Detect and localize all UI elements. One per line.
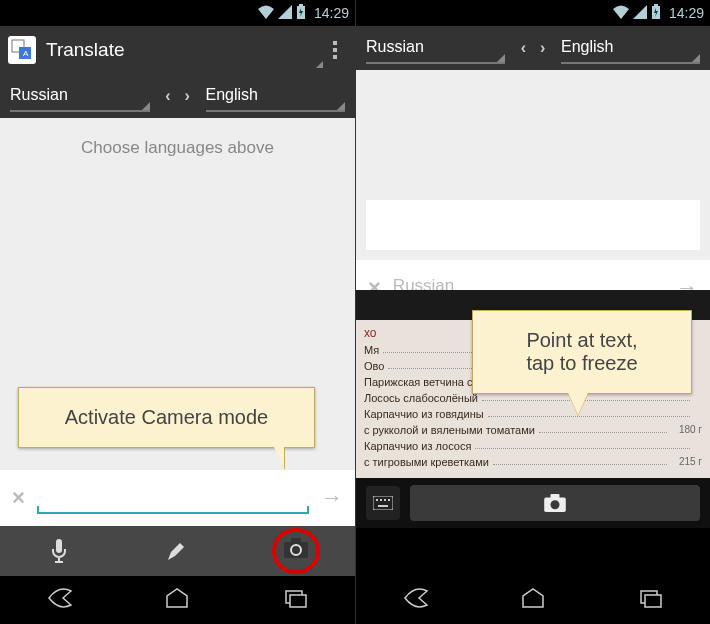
source-language-label: Russian <box>10 86 68 103</box>
source-language-selector[interactable]: Russian <box>10 80 150 112</box>
signal-icon <box>278 5 292 22</box>
main-area: × Russian → хо МяОвоПарижская ветчина с … <box>356 70 710 576</box>
callout-arrow-icon <box>568 393 588 415</box>
svg-point-21 <box>551 500 560 509</box>
system-nav-bar <box>356 576 710 624</box>
target-language-selector[interactable]: English <box>206 80 346 112</box>
title-dropdown-icon <box>316 61 323 68</box>
menu-row: Карпаччио из лосося <box>364 440 702 452</box>
svg-rect-15 <box>380 499 382 501</box>
target-language-selector[interactable]: English <box>561 32 700 64</box>
menu-row: с тигровыми креветками215 г <box>364 456 702 468</box>
phone-left: 14:29 A Translate Russian ‹ › English Ch… <box>0 0 355 624</box>
highlight-ring <box>272 528 320 574</box>
menu-row-price: 215 г <box>679 456 702 468</box>
phone-right: 14:29 Russian ‹ › English × Russian → хо <box>355 0 710 624</box>
source-language-selector[interactable]: Russian <box>366 32 505 64</box>
svg-rect-10 <box>290 595 306 607</box>
svg-rect-12 <box>654 4 658 6</box>
result-card <box>366 200 700 250</box>
app-title[interactable]: Translate <box>46 39 328 61</box>
input-row: × → <box>0 470 355 526</box>
svg-rect-1 <box>299 4 303 6</box>
target-language-label: English <box>206 86 258 103</box>
svg-rect-20 <box>551 494 560 499</box>
dropdown-triangle-icon <box>497 54 505 62</box>
recents-button[interactable] <box>282 587 310 613</box>
swap-languages-button[interactable]: ‹ › <box>505 39 561 57</box>
menu-row: Карпаччио из говядины <box>364 408 702 420</box>
language-bar: Russian ‹ › English <box>356 26 710 70</box>
back-button[interactable] <box>401 587 429 613</box>
camera-icon <box>284 538 308 558</box>
camera-icon <box>544 494 566 512</box>
battery-icon <box>296 4 306 22</box>
menu-row-text: с рукколой и вялеными томатами <box>364 424 535 436</box>
svg-rect-7 <box>291 538 301 543</box>
voice-input-button[interactable] <box>0 526 118 576</box>
svg-text:A: A <box>23 49 29 58</box>
chevron-right-icon: › <box>540 39 545 57</box>
capture-button[interactable] <box>410 485 700 521</box>
battery-icon <box>651 4 661 22</box>
menu-row-text: Лосось слабосолёный <box>364 392 478 404</box>
chevron-left-icon: ‹ <box>521 39 526 57</box>
callout-point-tap: Point at text, tap to freeze <box>472 310 692 394</box>
menu-row-text: Карпаччио из говядины <box>364 408 484 420</box>
svg-rect-14 <box>376 499 378 501</box>
source-language-label: Russian <box>366 38 424 55</box>
recents-button[interactable] <box>637 587 665 613</box>
status-bar: 14:29 <box>0 0 355 26</box>
wifi-icon <box>258 5 274 22</box>
dropdown-triangle-icon <box>337 102 345 110</box>
clear-input-button[interactable]: × <box>12 485 25 511</box>
menu-row: с рукколой и вялеными томатами180 г <box>364 424 702 436</box>
svg-rect-13 <box>373 496 393 510</box>
back-button[interactable] <box>45 587 73 613</box>
submit-button[interactable]: → <box>321 485 343 511</box>
callout-camera-mode: Activate Camera mode <box>18 387 315 448</box>
camera-controls <box>356 478 710 528</box>
menu-row-text: с тигровыми креветками <box>364 456 489 468</box>
callout-line1: Point at text, <box>495 329 669 352</box>
home-button[interactable] <box>163 587 191 613</box>
camera-input-button[interactable] <box>237 526 355 576</box>
svg-rect-16 <box>384 499 386 501</box>
home-button[interactable] <box>519 587 547 613</box>
status-time: 14:29 <box>669 5 704 21</box>
status-time: 14:29 <box>314 5 349 21</box>
language-bar: Russian ‹ › English <box>0 74 355 118</box>
menu-row-text: Мя <box>364 344 379 356</box>
system-nav-bar <box>0 576 355 624</box>
keyboard-icon <box>373 496 393 510</box>
translate-input[interactable] <box>37 482 309 514</box>
signal-icon <box>633 5 647 22</box>
svg-rect-18 <box>378 505 388 507</box>
app-bar: A Translate <box>0 26 355 74</box>
dropdown-triangle-icon <box>692 54 700 62</box>
main-area: Choose languages above Activate Camera m… <box>0 118 355 526</box>
overflow-menu-button[interactable] <box>323 41 347 59</box>
callout-text: Activate Camera mode <box>65 406 268 428</box>
svg-rect-17 <box>388 499 390 501</box>
chevron-right-icon: › <box>185 87 190 105</box>
menu-row-text: Карпаччио из лосося <box>364 440 471 452</box>
input-mode-toolbar <box>0 526 355 576</box>
status-bar: 14:29 <box>356 0 710 26</box>
handwriting-input-button[interactable] <box>118 526 236 576</box>
callout-line2: tap to freeze <box>495 352 669 375</box>
target-language-label: English <box>561 38 613 55</box>
svg-rect-5 <box>56 539 62 553</box>
callout-arrow-icon <box>274 447 284 469</box>
choose-languages-hint: Choose languages above <box>0 118 355 178</box>
wifi-icon <box>613 5 629 22</box>
translate-logo-icon: A <box>8 36 36 64</box>
menu-row-text: Ово <box>364 360 384 372</box>
svg-rect-23 <box>645 595 661 607</box>
dropdown-triangle-icon <box>142 102 150 110</box>
menu-row-price: 180 г <box>679 424 702 436</box>
chevron-left-icon: ‹ <box>165 87 170 105</box>
swap-languages-button[interactable]: ‹ › <box>150 87 206 105</box>
keyboard-button[interactable] <box>366 486 400 520</box>
